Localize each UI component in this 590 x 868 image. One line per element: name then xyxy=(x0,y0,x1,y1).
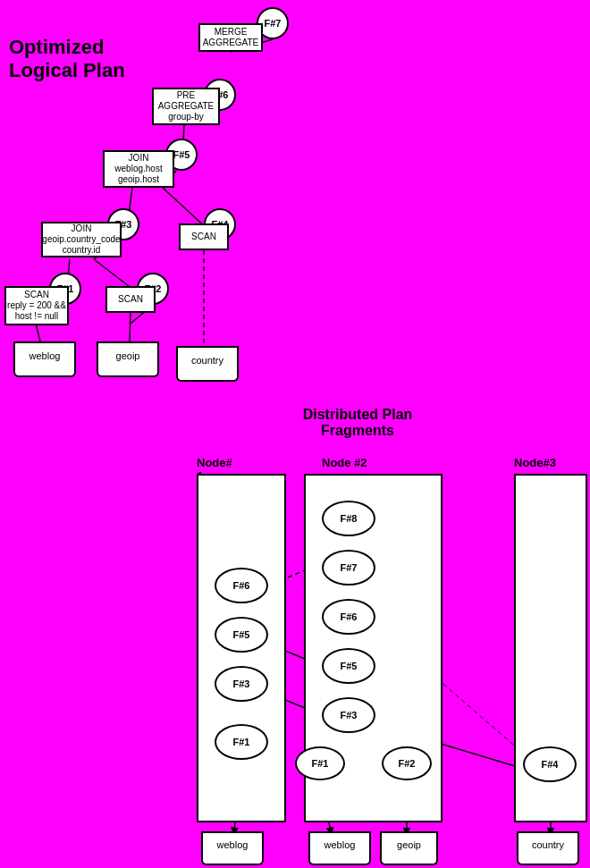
n2-f2: F#2 xyxy=(382,746,432,780)
node-scan-geoip: SCAN xyxy=(105,286,156,313)
n3-f4: F#4 xyxy=(523,746,577,782)
node2-header: Node #2 xyxy=(322,456,367,469)
n1-f6: F#6 xyxy=(215,568,268,603)
node-join1: JOINweblog.hostgeoip.host xyxy=(103,150,174,188)
node-pre-agg: PREAGGREGATEgroup-by xyxy=(152,88,220,125)
svg-line-30 xyxy=(438,679,526,755)
svg-line-13 xyxy=(36,324,40,341)
n2-f3: F#3 xyxy=(322,697,375,733)
page-title: Optimized Logical Plan xyxy=(9,36,125,83)
n2-doc-geoip: geoip xyxy=(380,831,438,856)
n1-doc-weblog: weblog xyxy=(201,831,264,856)
node-join2: JOINgeoip.country_codecountry.id xyxy=(41,222,122,257)
n2-f8: F#8 xyxy=(322,501,375,536)
n3-doc-country: country xyxy=(517,831,579,856)
doc-country-top: country xyxy=(176,346,239,373)
diagram-container: Optimized Logical Plan F#7 MERGEAGGREGAT… xyxy=(0,0,590,868)
n1-f1: F#1 xyxy=(215,724,268,760)
n1-f3: F#3 xyxy=(215,666,268,702)
node3-header: Node#3 xyxy=(514,456,556,469)
svg-line-14 xyxy=(130,313,131,341)
doc-weblog: weblog xyxy=(13,341,76,368)
node-merge-agg: MERGEAGGREGATE xyxy=(198,23,263,52)
n2-f6: F#6 xyxy=(322,599,375,635)
n2-f1: F#1 xyxy=(295,746,345,780)
doc-geoip: geoip xyxy=(97,341,159,368)
n1-f5: F#5 xyxy=(215,617,268,653)
n2-f7: F#7 xyxy=(322,550,375,586)
n2-f5: F#5 xyxy=(322,648,375,684)
node-scan-weblog: SCANreply = 200 &&host != null xyxy=(4,286,69,325)
section-title: Distributed PlanFragments xyxy=(268,407,447,439)
n2-doc-weblog: weblog xyxy=(308,831,371,856)
node-scan-f4: SCAN xyxy=(179,223,229,250)
